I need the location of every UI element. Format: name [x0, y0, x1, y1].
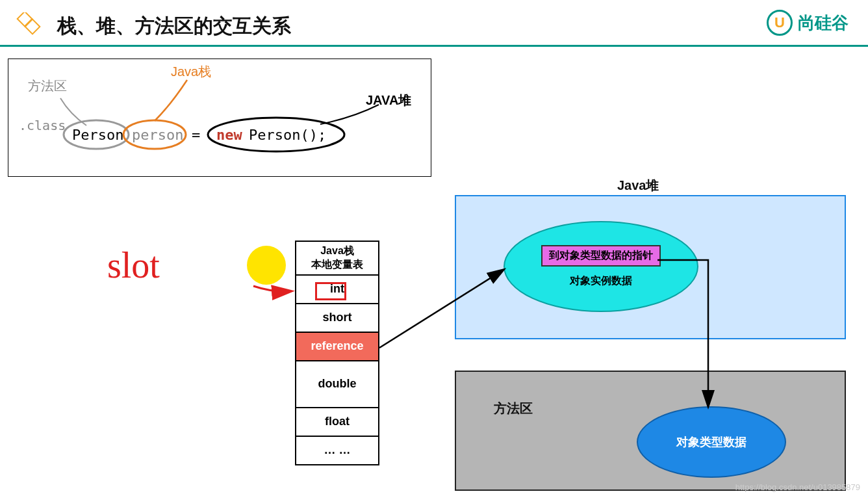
brand: U 尚硅谷 — [767, 10, 849, 36]
code-equals: = — [192, 127, 200, 143]
watermark: https://blog.csdn.net/u013985879 — [735, 482, 860, 492]
code-panel: 方法区 Java栈 JAVA堆 .class Person person = n… — [8, 59, 431, 177]
row-float: float — [296, 408, 379, 436]
handwriting-slot: slot — [107, 247, 160, 283]
class-suffix: .class — [19, 118, 66, 133]
brand-letter: U — [774, 14, 785, 31]
brand-icon: U — [767, 10, 793, 36]
code-ctor: Person(); — [249, 127, 326, 143]
method-area-label: 方法区 — [494, 400, 533, 417]
type-data-ellipse: 对象类型数据 — [637, 406, 786, 478]
code-new: new — [216, 127, 242, 143]
highlight-dot — [247, 246, 286, 285]
label-java-stack: Java栈 — [171, 63, 211, 81]
row-dots: … … — [296, 436, 379, 465]
stack-head: Java栈 本地变量表 — [296, 241, 379, 275]
svg-rect-1 — [25, 19, 40, 34]
header: 栈、堆、方法区的交互关系 U 尚硅谷 — [0, 0, 868, 47]
instance-data-label: 对象实例数据 — [570, 274, 632, 288]
row-reference: reference — [296, 332, 379, 361]
svg-rect-0 — [18, 12, 32, 26]
type-data-label: 对象类型数据 — [676, 434, 747, 450]
row-int: int — [296, 275, 379, 304]
pointer-box: 到对象类型数据的指针 — [541, 245, 661, 267]
heap-title: Java堆 — [617, 177, 659, 194]
code-var: person — [132, 127, 183, 143]
brand-text: 尚硅谷 — [798, 12, 849, 34]
heap-instance-ellipse: 到对象类型数据的指针 对象实例数据 — [504, 221, 698, 312]
code-class: Person — [72, 127, 123, 143]
label-java-heap: JAVA堆 — [366, 92, 411, 109]
stack-table: Java栈 本地变量表 int short reference double f… — [295, 241, 379, 465]
page-title: 栈、堆、方法区的交互关系 — [57, 13, 291, 40]
stack-head-l2: 本地变量表 — [311, 259, 363, 270]
diamond-icon — [13, 12, 42, 41]
label-method-area: 方法区 — [28, 77, 67, 95]
row-double: double — [296, 361, 379, 408]
stack-head-l1: Java栈 — [320, 245, 354, 256]
row-short: short — [296, 304, 379, 332]
